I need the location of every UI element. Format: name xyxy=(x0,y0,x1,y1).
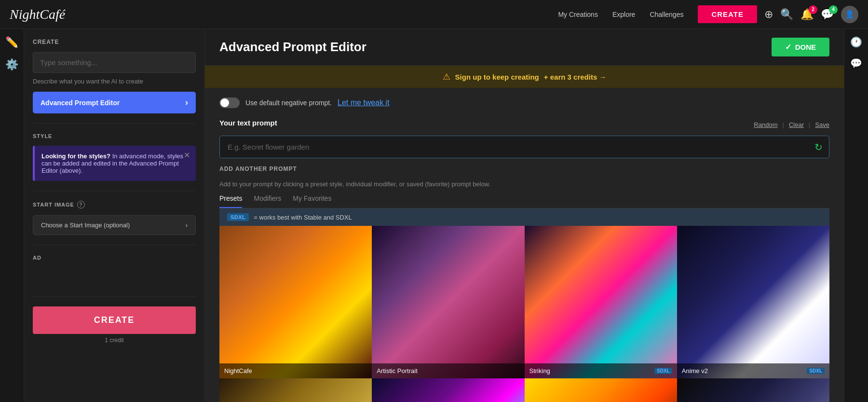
preset-label-striking: Striking SDXL xyxy=(525,363,677,378)
main-layout: ✏️ ⚙️ CREATE Describe what you want the … xyxy=(0,29,868,402)
style-tip-bold: Looking for the styles? xyxy=(41,152,110,160)
sep-2: | xyxy=(809,121,810,128)
create-button-top[interactable]: CREATE xyxy=(698,5,757,23)
preset-img-artistic xyxy=(372,226,524,378)
random-link[interactable]: Random xyxy=(754,121,777,128)
start-image-help-icon[interactable]: ? xyxy=(77,201,85,208)
text-prompt-header: Your text prompt Random | Clear | Save xyxy=(219,119,829,131)
advanced-prompt-editor-button[interactable]: Advanced Prompt Editor › xyxy=(33,92,196,113)
signup-banner: ⚠ Sign up to keep creating + earn 3 cred… xyxy=(205,66,844,88)
notification-badge: 2 xyxy=(809,5,817,14)
preset-img-old xyxy=(219,378,372,402)
preset-item-striking[interactable]: Striking SDXL xyxy=(525,226,677,378)
tweak-link[interactable]: Let me tweak it xyxy=(338,98,390,107)
preset-img-anime xyxy=(677,226,829,378)
preset-label-nightcafe: NightCafe xyxy=(219,363,372,378)
nav-challenges[interactable]: Challenges xyxy=(650,11,683,18)
main-topbar: Advanced Prompt Editor ✓ DONE xyxy=(205,29,844,66)
settings-icon[interactable]: ⚙️ xyxy=(5,58,18,71)
page-title: Advanced Prompt Editor xyxy=(219,40,366,55)
main-content: Advanced Prompt Editor ✓ DONE ⚠ Sign up … xyxy=(205,29,844,402)
style-tip-box: ✕ Looking for the styles? In advanced mo… xyxy=(33,146,196,181)
preset-img-fantasy xyxy=(372,378,524,402)
nav-my-creations[interactable]: My Creations xyxy=(558,11,597,18)
sidebar-content: CREATE Describe what you want the AI to … xyxy=(24,29,204,402)
warning-icon: ⚠ xyxy=(443,71,450,82)
notifications-icon[interactable]: 🔔 2 xyxy=(800,8,814,21)
history-icon[interactable]: 🕐 xyxy=(850,36,862,48)
tab-presets[interactable]: Presets xyxy=(219,194,242,208)
prompt-text-input[interactable] xyxy=(33,52,196,73)
tab-modifiers[interactable]: Modifiers xyxy=(254,194,281,208)
choose-start-arrow: › xyxy=(186,222,188,229)
rotate-icon[interactable]: ↻ xyxy=(814,141,823,153)
nav-explore[interactable]: Explore xyxy=(612,11,635,18)
chat-icon[interactable]: 💬 xyxy=(850,57,862,69)
message-badge: 4 xyxy=(829,5,838,14)
preset-label-anime: Anime v2 SDXL xyxy=(677,363,829,378)
divider-4 xyxy=(33,296,196,297)
ad-section-title: AD xyxy=(33,255,196,261)
create-main-button[interactable]: CREATE xyxy=(33,306,196,334)
style-tip-close[interactable]: ✕ xyxy=(184,151,190,160)
choose-start-image-button[interactable]: Choose a Start Image (optional) › xyxy=(33,215,196,235)
neg-prompt-label: Use default negative prompt. xyxy=(245,99,332,107)
done-button[interactable]: ✓ DONE xyxy=(772,38,829,56)
credit-info: 1 credit xyxy=(33,337,196,344)
discord-icon[interactable]: ⊕ xyxy=(764,8,773,21)
sidebar: CREATE Describe what you want the AI to … xyxy=(24,29,205,402)
earn-credits-link[interactable]: + earn 3 credits → xyxy=(544,73,607,81)
divider-2 xyxy=(33,191,196,191)
create-section-title: CREATE xyxy=(33,39,196,45)
add-prompt-button[interactable]: ADD ANOTHER PROMPT xyxy=(219,166,297,172)
sdxl-badge-striking: SDXL xyxy=(654,368,672,374)
tab-favorites[interactable]: My Favorites xyxy=(293,194,331,208)
preset-grid: NightCafe Artistic Portrait Striking SDX… xyxy=(219,226,829,402)
text-prompt-title: Your text prompt xyxy=(219,119,277,127)
preset-img-striking xyxy=(525,226,677,378)
icon-sidebar: ✏️ ⚙️ xyxy=(0,29,24,402)
ad-space xyxy=(33,267,196,287)
sdxl-badge: SDXL xyxy=(227,213,249,221)
sep-1: | xyxy=(783,121,784,128)
preset-item-artistic[interactable]: Artistic Portrait xyxy=(372,226,524,378)
user-avatar[interactable]: 👤 xyxy=(841,6,858,23)
search-icon[interactable]: 🔍 xyxy=(780,8,793,21)
signup-text: Sign up to keep creating xyxy=(455,73,539,81)
sdxl-badge-anime: SDXL xyxy=(807,368,825,374)
divider-1 xyxy=(33,123,196,124)
done-check-icon: ✓ xyxy=(785,42,791,52)
preset-item-old[interactable]: Old Portrait xyxy=(219,378,372,402)
neg-prompt-toggle[interactable] xyxy=(219,97,240,108)
preset-item-dark[interactable]: Dark City xyxy=(677,378,829,402)
preset-description: Add to your prompt by clicking a preset … xyxy=(219,180,829,188)
nav-links: My Creations Explore Challenges xyxy=(558,11,683,18)
sdxl-text: = works best with Stable and SDXL xyxy=(254,214,352,221)
toggle-knob xyxy=(220,98,229,107)
preset-item-cinematic[interactable]: Cinematic xyxy=(525,378,677,402)
editor-area: Use default negative prompt. Let me twea… xyxy=(205,88,844,402)
save-link[interactable]: Save xyxy=(815,121,829,128)
right-sidebar: 🕐 💬 xyxy=(844,29,868,402)
messages-icon[interactable]: 💬 4 xyxy=(821,8,834,21)
preset-img-dark xyxy=(677,378,829,402)
preset-item-anime[interactable]: Anime v2 SDXL xyxy=(677,226,829,378)
style-section-title: STYLE xyxy=(33,133,196,139)
preset-label-artistic: Artistic Portrait xyxy=(372,363,524,378)
create-icon[interactable]: ✏️ xyxy=(5,36,18,49)
nav-icon-group: ⊕ 🔍 🔔 2 💬 4 👤 xyxy=(764,6,858,23)
preset-img-nightcafe xyxy=(219,226,372,378)
preset-tabs: Presets Modifiers My Favorites xyxy=(219,194,829,208)
text-prompt-field[interactable] xyxy=(219,136,829,158)
preset-item-nightcafe[interactable]: NightCafe xyxy=(219,226,372,378)
top-navigation: NightCafé My Creations Explore Challenge… xyxy=(0,0,868,29)
start-image-title: START IMAGE ? xyxy=(33,201,196,208)
preset-item-fantasy[interactable]: Fantasy xyxy=(372,378,524,402)
clear-link[interactable]: Clear xyxy=(789,121,804,128)
prompt-actions: Random | Clear | Save xyxy=(754,121,829,128)
app-logo[interactable]: NightCafé xyxy=(10,7,65,22)
preset-img-cinematic xyxy=(525,378,677,402)
advanced-btn-arrow: › xyxy=(185,97,188,108)
divider-3 xyxy=(33,245,196,245)
neg-prompt-row: Use default negative prompt. Let me twea… xyxy=(219,97,829,108)
